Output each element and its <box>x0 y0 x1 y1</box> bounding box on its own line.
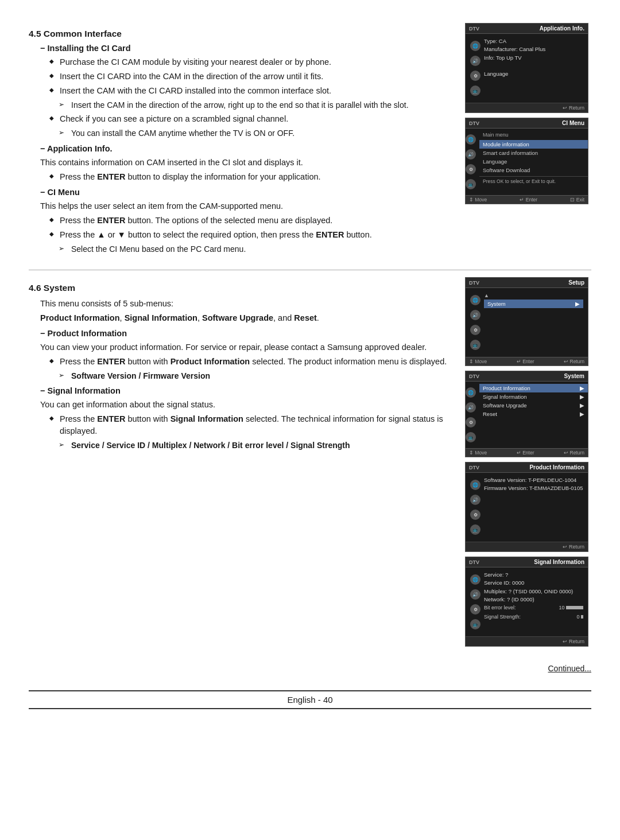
sys-item-3: Reset▶ <box>479 410 588 418</box>
signal-arrows: Service / Service ID / Multiplex / Netwo… <box>59 440 454 451</box>
ci-menu-item-1: Smart card information <box>479 149 588 157</box>
bit-error-value: 10 <box>559 604 583 612</box>
section-46: 4.6 System This menu consists of 5 sub-m… <box>29 277 591 647</box>
nav-move: ⇕ Move <box>469 359 487 364</box>
icon-3: ⚙ <box>470 510 480 520</box>
screen-icons: 🌐 🔊 ⚙ 📺 <box>470 291 480 353</box>
list-item: Select the CI Menu based on the PC Card … <box>59 243 454 255</box>
icon-2: 🔊 <box>470 495 480 505</box>
signal-strength-value: 0 <box>576 613 583 621</box>
cimenu-text: This helps the user select an item from … <box>40 200 454 212</box>
setup-content: ▲ System ▶ <box>484 291 583 308</box>
setup-row: 🌐 🔊 ⚙ 📺 ▲ System ▶ <box>470 291 583 353</box>
icon-2: 🔊 <box>470 56 480 66</box>
screen-signalinfo-footer: ↩ Return <box>466 636 588 646</box>
sub-cimenu: CI Menu <box>40 188 454 197</box>
nav-enter: ↵ Enter <box>517 450 534 456</box>
icon-3: ⚙ <box>466 417 476 427</box>
system-label: System ▶ <box>484 300 583 308</box>
list-item: Press the ENTER button with Product Info… <box>49 356 454 368</box>
language-label: Language <box>484 70 583 78</box>
list-item: Press the ENTER button. The options of t… <box>49 215 454 227</box>
manufacturer-label: Manufacturer: Canal Plus <box>484 45 583 53</box>
screen-signalinfo-body: 🌐 🔊 ⚙ 📺 Service: ? Service ID: 0000 Mult… <box>466 567 588 636</box>
list-item: Press the ▲ or ▼ button to select the re… <box>49 229 454 241</box>
list-item: Press the ENTER button with Signal Infor… <box>49 413 454 437</box>
ci-menu-item-0: Module information <box>479 140 588 149</box>
ci-menu-item-3: Software Download <box>479 166 588 174</box>
screen-appinfo-footer: ↩ Return <box>466 103 588 112</box>
list-item: You can install the CAM anytime whether … <box>59 127 454 139</box>
screen-icons: 🌐 🔊 ⚙ 📺 <box>470 571 480 633</box>
list-item: Software Version / Firmware Version <box>59 370 454 382</box>
section-46-intro: This menu consists of 5 sub-menus: <box>40 298 454 310</box>
divider <box>29 270 591 270</box>
list-item: Check if you can see a picture on a scra… <box>49 113 454 125</box>
icon-1: 🌐 <box>470 574 480 585</box>
bit-error-label: Bit error level: <box>484 604 516 612</box>
sub-product: Product Information <box>40 329 454 338</box>
dtv-label: DTV <box>469 26 479 32</box>
icon-1: 🌐 <box>466 387 476 398</box>
screen-cimenu: DTV CI Menu 🌐 🔊 ⚙ 📺 Main menu Modul <box>465 118 588 204</box>
list-item: Insert the CI CARD into the CAM in the d… <box>49 71 454 83</box>
section-45-heading: 4.5 Common Interface <box>29 29 454 39</box>
firmware-version: Firmware Version: T-EMMAZDEUB-0105 <box>484 484 583 492</box>
product-text: You can view your product information. F… <box>40 341 454 353</box>
icon-1: 🌐 <box>470 41 480 51</box>
screen-icons: 🌐 🔊 ⚙ 📺 <box>466 131 476 193</box>
list-item: Insert the CAM in the direction of the a… <box>59 99 454 111</box>
productinfo-text: Software Version: T-PERLDEUC-1004 Firmwa… <box>484 476 583 493</box>
screen-cimenu-footer: ⇕ Move ↵ Enter ⊡ Exit <box>466 195 588 204</box>
page-content: 4.5 Common Interface Installing the CI C… <box>29 23 591 709</box>
icon-3: ⚙ <box>470 71 480 81</box>
screen-setup-footer: ⇕ Move ↵ Enter ↩ Return <box>466 357 588 365</box>
list-item: Insert the CAM with the CI CARD installe… <box>49 85 454 97</box>
appinfo-text: This contains information on CAM inserte… <box>40 157 454 169</box>
signal-strength-label: Signal Strength: <box>484 613 521 621</box>
nav-move: ⇕ Move <box>469 197 487 203</box>
dtv-label: DTV <box>469 374 479 379</box>
software-version: Software Version: T-PERLDEUC-1004 <box>484 476 583 484</box>
dtv-label: DTV <box>469 465 479 470</box>
icon-3: ⚙ <box>470 325 480 335</box>
multiplex: Multiplex: ? (TSID 0000, ONID 0000) <box>484 588 583 596</box>
screen-productinfo-title: Product Information <box>529 464 584 470</box>
installing-bullets2: Check if you can see a picture on a scra… <box>49 113 454 125</box>
screen-cimenu-title: CI Menu <box>562 120 584 126</box>
screen-system-header: DTV System <box>466 371 588 382</box>
service: Service: ? <box>484 571 583 579</box>
bit-error-row: Bit error level: 10 <box>484 604 583 613</box>
cimenu-items: Main menu Module information Smart card … <box>479 131 588 186</box>
icon-4: 📺 <box>470 619 480 629</box>
icon-1: 🌐 <box>466 134 476 145</box>
screen-productinfo-footer: ↩ Return <box>466 542 588 551</box>
icon-1: 🌐 <box>470 295 480 305</box>
product-bullets: Press the ENTER button with Product Info… <box>49 356 454 368</box>
screen-setup-title: Setup <box>568 279 584 286</box>
appinfo-bullets: Press the ENTER button to display the in… <box>49 171 454 183</box>
system-items: Product Information▶ Signal Information▶… <box>479 384 588 418</box>
icon-4: 📺 <box>470 85 480 96</box>
list-item: Press the ENTER button to display the in… <box>49 171 454 183</box>
screen-system-footer: ⇕ Move ↵ Enter ↩ Return <box>466 448 588 457</box>
network: Network: ? (ID 0000) <box>484 596 583 604</box>
signal-strength-row: Signal Strength: 0 <box>484 613 583 622</box>
cimenu-prompt: Press OK to select, or Exit to quit. <box>479 176 588 186</box>
product-arrows: Software Version / Firmware Version <box>59 370 454 382</box>
icon-2: 🔊 <box>466 402 476 413</box>
cimenu-arrows: Select the CI Menu based on the PC Card … <box>59 243 454 255</box>
screen-setup-header: DTV Setup <box>466 278 588 288</box>
icon-4: 📺 <box>466 179 476 189</box>
icon-1: 🌐 <box>470 480 480 490</box>
screen-setup-body: 🌐 🔊 ⚙ 📺 ▲ System ▶ <box>466 288 588 357</box>
icon-2: 🔊 <box>466 149 476 160</box>
sys-item-0: Product Information▶ <box>479 384 588 392</box>
signal-strength-bar <box>581 615 583 619</box>
info-label: Info: Top Up TV <box>484 54 583 62</box>
screen-appinfo-row: 🌐 🔊 ⚙ 📺 Type: CA Manufacturer: Canal Plu… <box>470 37 583 99</box>
ci-menu-item-2: Language <box>479 157 588 166</box>
section-46-text: 4.6 System This menu consists of 5 sub-m… <box>29 277 454 647</box>
nav-enter: ↵ Enter <box>517 359 534 364</box>
signalinfo-row: 🌐 🔊 ⚙ 📺 Service: ? Service ID: 0000 Mult… <box>470 571 583 633</box>
